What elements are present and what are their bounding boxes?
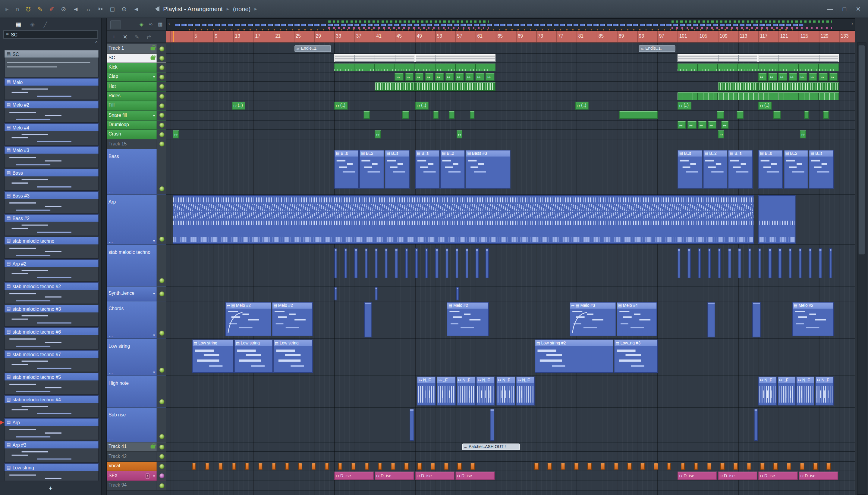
pattern-item-arp-2[interactable]: ▤Arp #2 — [4, 259, 99, 281]
clip-cols[interactable] — [365, 249, 368, 278]
select-tool-icon[interactable]: ◻ — [110, 6, 115, 12]
track-header-rides[interactable]: Rides — [107, 92, 166, 101]
clip-garrow[interactable]: ↦ — [395, 73, 403, 81]
track-name-area[interactable]: High note... — [107, 376, 157, 407]
clip-orange[interactable] — [694, 463, 698, 470]
clip-orange[interactable] — [614, 463, 618, 470]
track-name-area[interactable]: Track 1 — [107, 44, 157, 53]
lane-sc[interactable] — [166, 54, 855, 63]
pattern-item-stab-melodic-techno-6[interactable]: ▤stab melodic techno #6 — [4, 327, 99, 349]
pattern-item-bass-3[interactable]: ▤Bass #3 — [4, 191, 99, 214]
track-more-label[interactable]: ... — [109, 370, 113, 375]
track-mute-led[interactable] — [159, 65, 164, 70]
clip-cols[interactable] — [819, 249, 822, 278]
pattern-item-melo[interactable]: ▤Melo — [4, 78, 99, 100]
clip-orange[interactable] — [245, 463, 249, 470]
track-header-low-string[interactable]: Low string▼... — [107, 339, 166, 376]
clip-cols[interactable] — [486, 249, 489, 278]
lock-icon[interactable] — [151, 47, 155, 50]
clip-orange[interactable] — [720, 463, 724, 470]
clip-orange[interactable] — [364, 463, 369, 470]
clip-garrow[interactable]: ↦ — [415, 73, 423, 81]
lane-track-42[interactable] — [166, 452, 855, 462]
track-mute-led[interactable] — [159, 46, 164, 51]
clip-gsolid[interactable] — [415, 64, 495, 71]
clip-garrow[interactable]: ↦ — [789, 73, 797, 81]
clip-thin3[interactable] — [410, 409, 414, 441]
clip-d-ise[interactable]: ↦D..ise — [799, 472, 838, 480]
track-name-area[interactable]: Track 94 — [107, 481, 157, 490]
grid-view-icon[interactable]: ▦ — [158, 22, 163, 27]
track-header-snare-fill[interactable]: Snare fill▼ — [107, 110, 166, 120]
playlist-tab[interactable] — [110, 20, 121, 29]
track-mute-led[interactable] — [159, 399, 164, 404]
pattern-item-stab-melodic-techno[interactable]: ▤stab melodic techno — [4, 237, 99, 259]
clip-low-string[interactable]: ▤Low string — [273, 340, 312, 373]
track-mute-led[interactable] — [159, 84, 164, 89]
scrollbar-thumb[interactable] — [859, 46, 865, 254]
layers-icon[interactable]: ▦ — [15, 21, 21, 28]
clip-melo-2[interactable]: ▤Melo #2 — [792, 302, 833, 336]
clip-d-ise[interactable]: ↦D..ise — [334, 472, 373, 480]
clip-orange[interactable] — [800, 463, 804, 470]
scroll-up-icon[interactable]: ^ — [95, 40, 97, 46]
pattern-item-stab-melodic-techno-4[interactable]: ▤stab melodic techno #4 — [4, 395, 99, 417]
target-icon[interactable]: ◈ — [140, 22, 144, 27]
lock-icon[interactable] — [151, 445, 155, 449]
pattern-item-stab-melodic-techno-3[interactable]: ▤stab melodic techno #3 — [4, 305, 99, 327]
clip-gblock[interactable] — [804, 111, 809, 119]
clip-bass-3[interactable]: ▤Bass #3 — [466, 150, 510, 189]
playback-tool-icon[interactable]: ◄ — [133, 6, 139, 12]
lane-track-41[interactable]: ∞Patcher..ASH OUT ! — [166, 442, 855, 451]
vertical-scrollbar[interactable] — [857, 42, 866, 495]
lane-track-1[interactable]: ∞Endle..1.∞Endle..1. — [166, 44, 855, 54]
clip-garrow[interactable]: ↦ — [425, 73, 434, 81]
clip-orange[interactable] — [627, 463, 632, 470]
clip-orange[interactable] — [391, 463, 395, 470]
track-name-area[interactable]: SFX↑▼ — [107, 471, 157, 480]
scroll-left-icon[interactable]: ‹ — [168, 20, 170, 27]
clip-d-ise[interactable]: ↦D..ise — [415, 472, 454, 480]
track-name-area[interactable]: Bass... — [107, 149, 157, 194]
clip-garrow[interactable]: ↦ — [456, 130, 462, 138]
pattern-item-bass-2[interactable]: ▤Bass #2 — [4, 214, 99, 236]
clip-n-f[interactable]: ↦N..F — [796, 377, 814, 406]
pattern-item-melo-3[interactable]: ▤Melo #3 — [4, 146, 99, 168]
clip-garrow[interactable]: ↦ — [688, 121, 696, 129]
track-name-area[interactable]: Low string▼... — [107, 339, 157, 375]
clip-arp[interactable] — [173, 195, 754, 244]
clip-x[interactable]: ↦(..) — [334, 102, 348, 109]
lane-kick[interactable] — [166, 63, 855, 72]
clip-thin[interactable] — [334, 287, 337, 300]
track-name-area[interactable]: Kick — [107, 63, 157, 72]
magnet-icon[interactable]: Ω — [26, 6, 31, 12]
clip-cols[interactable] — [738, 249, 741, 278]
clip-orange[interactable] — [681, 463, 685, 470]
clip-low-string[interactable]: ▤Low string — [192, 340, 234, 373]
slice-tool-icon[interactable]: ✂ — [98, 6, 103, 12]
clip-orange[interactable] — [311, 463, 315, 470]
clip-d-ise[interactable]: ↦D..ise — [677, 472, 717, 480]
clip-cols[interactable] — [405, 249, 408, 278]
track-mute-led[interactable] — [159, 186, 164, 191]
track-mute-led[interactable] — [159, 74, 164, 80]
track-header-sc[interactable]: SC — [107, 54, 166, 63]
track-name-area[interactable]: SC — [107, 54, 157, 62]
lane-vocal[interactable] — [166, 462, 855, 471]
clip-cols[interactable] — [718, 249, 721, 278]
clip-ghatch[interactable] — [375, 83, 414, 91]
clip-cols[interactable] — [476, 249, 479, 278]
track-name-area[interactable]: Chords▼... — [107, 302, 157, 338]
lane-fill[interactable]: ↦(..)↦(..)↦(..)↦(..)↦(..)↦(..) — [166, 101, 855, 110]
clip-thin3[interactable] — [754, 409, 758, 441]
clip-garrow[interactable]: ↦ — [405, 73, 413, 81]
track-more-label[interactable]: ... — [109, 436, 113, 441]
track-header-vocal[interactable]: Vocal — [107, 462, 166, 471]
track-header-track-41[interactable]: Track 41 — [107, 442, 166, 451]
pattern-item-melo-4[interactable]: ▤Melo #4 — [4, 123, 99, 146]
lane-stab-melodic-techno[interactable] — [166, 245, 855, 287]
clip-orange[interactable] — [444, 463, 448, 470]
clip-garrow[interactable]: ↦ — [779, 73, 787, 81]
clip-cols[interactable] — [779, 249, 782, 278]
pattern-item-stab-melodic-techno-2[interactable]: ▤stab melodic techno #2 — [4, 282, 99, 304]
